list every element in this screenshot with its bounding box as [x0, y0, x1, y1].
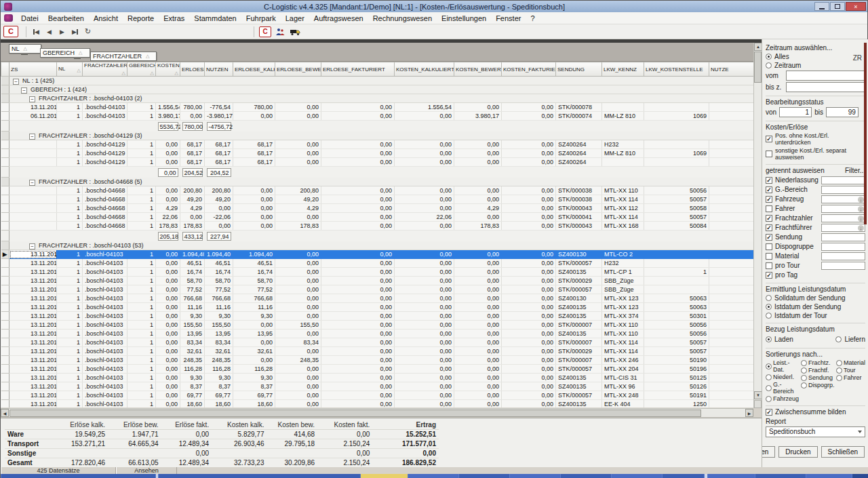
vom-input[interactable]: [786, 71, 865, 81]
checkbox-sonstige[interactable]: [766, 151, 772, 157]
collapse-icon[interactable]: −: [29, 180, 35, 186]
minimize-button[interactable]: [814, 2, 829, 11]
menu-item-extras[interactable]: Extras: [159, 14, 189, 23]
taskbar-item-0[interactable]: [1, 474, 155, 478]
checkbox-frachtzahler[interactable]: ✓: [766, 215, 772, 222]
filter-input-pro-tour[interactable]: [821, 262, 866, 270]
column-header-nutze[interactable]: NUTZE: [709, 62, 754, 77]
truck-icon[interactable]: [289, 26, 301, 37]
clogistic-small-icon[interactable]: C: [259, 26, 271, 37]
table-row[interactable]: 13.11.20141.boschl-0410310,0069,7769,776…: [1, 391, 754, 400]
drucken-button[interactable]: Drucken: [778, 446, 817, 458]
menu-item-bearbeiten[interactable]: Bearbeiten: [43, 14, 89, 23]
status-von-input[interactable]: 1: [779, 107, 812, 117]
groupby-box-frachtzahler[interactable]: FRACHTZAHLER △: [90, 52, 157, 61]
checkbox-pro-tag[interactable]: ✓: [766, 272, 772, 279]
nav-last-button[interactable]: ▶: [68, 26, 81, 37]
dropdown-circle-icon[interactable]: ↓: [858, 216, 864, 222]
column-header-erloese-kalkuliert[interactable]: ERLOESE_KALKULIERT: [233, 62, 275, 77]
filter-input-g-bereich[interactable]: [821, 186, 866, 194]
table-row[interactable]: 13.11.20141.boschd-0410311.556,54780,00-…: [1, 103, 754, 112]
vertical-scroll-thumb[interactable]: [754, 52, 762, 83]
checkbox-zwischensumme[interactable]: ✓: [766, 409, 772, 416]
collapse-icon[interactable]: −: [13, 79, 19, 85]
menu-item-x[interactable]: ?: [526, 14, 539, 23]
status-bis-input[interactable]: 99: [826, 107, 859, 117]
table-row[interactable]: 1.boschd-046681178,83178,830,000,00178,8…: [1, 222, 754, 231]
table-row[interactable]: 13.11.20141.boschl-0410310,0058,7058,705…: [1, 277, 754, 285]
filter-input-sendung[interactable]: [821, 233, 866, 241]
scroll-left-icon[interactable]: ◀: [1, 409, 9, 417]
column-header-kosten-fakturiert[interactable]: KOSTEN_FAKTURIERT: [502, 62, 556, 77]
table-row[interactable]: 1.boschd-0466810,00200,80200,800,00200,8…: [1, 186, 754, 195]
radio-istdatum-der-tour[interactable]: [766, 313, 772, 319]
menu-item-einstellungen[interactable]: Einstellungen: [437, 14, 491, 23]
filter-input-frachtf-hrer[interactable]: ↓: [821, 224, 866, 232]
column-header-kosten[interactable]: KOSTEN_△: [156, 62, 180, 77]
column-header-nutzen[interactable]: NUTZEN: [205, 62, 233, 77]
filter-input-niederlassung[interactable]: [821, 176, 866, 184]
table-row[interactable]: 13.11.20141.boschl-0410310,0046,5146,514…: [1, 259, 754, 268]
column-header-lkw-kostenstelle[interactable]: LKW_KOSTENSTELLE: [644, 62, 709, 77]
groupby-box-nl[interactable]: NL △: [9, 44, 41, 54]
table-row[interactable]: 13.11.20141.boschl-0410310,00766,68766,6…: [1, 294, 754, 303]
filter-input-fahrer[interactable]: ↓: [821, 205, 866, 213]
nav-prev-button[interactable]: ◀: [43, 26, 56, 37]
dropdown-circle-icon[interactable]: ↓: [858, 225, 864, 231]
table-row[interactable]: 13.11.20141.boschl-0410310,0013,9513,951…: [1, 330, 754, 338]
radio-g-bereich[interactable]: [766, 385, 772, 391]
taskbar-item-9[interactable]: [662, 474, 704, 478]
taskbar-item-2[interactable]: [158, 474, 360, 478]
filter-input-material[interactable]: [821, 252, 866, 260]
taskbar-item-4[interactable]: [408, 474, 458, 478]
scroll-right-icon[interactable]: ▶: [745, 409, 753, 417]
grid-vertical-scrollbar[interactable]: ▲ ▼: [753, 43, 762, 408]
grid-horizontal-scrollbar[interactable]: ◀ ▶: [1, 408, 753, 417]
menu-item-fuhrpark[interactable]: Fuhrpark: [241, 14, 281, 23]
users-icon[interactable]: [274, 26, 286, 37]
radio-zeitraum[interactable]: [766, 62, 772, 68]
group-row[interactable]: −FRACHTZAHLER : .boschd-04668 (5): [1, 178, 754, 186]
filter-input-frachtzahler[interactable]: ↓: [821, 214, 866, 222]
column-header-erloese-g[interactable]: ERLOESE_G: [180, 62, 205, 77]
dropdown-circle-icon[interactable]: ↓: [858, 197, 864, 203]
radio-niederl[interactable]: [766, 374, 772, 380]
table-row[interactable]: 13.11.20141.boschl-0410310,0032,6132,613…: [1, 347, 754, 356]
radio-tour[interactable]: [836, 367, 842, 374]
taskbar-item-12[interactable]: [755, 474, 806, 478]
menu-item-fenster[interactable]: Fenster: [491, 14, 526, 23]
taskbar-item-11[interactable]: [707, 474, 755, 478]
column-header-erloese-fakturiert[interactable]: ERLOESE_FAKTURIERT: [321, 62, 395, 77]
collapse-icon[interactable]: −: [21, 87, 27, 94]
close-button[interactable]: ×: [846, 2, 866, 11]
panel-scrollbar-thumb[interactable]: [864, 43, 867, 224]
table-row[interactable]: 06.11.20141.boschd-0410313.980,170,00-3.…: [1, 112, 754, 121]
filter-link[interactable]: Filter...: [845, 167, 865, 174]
menu-item-ansicht[interactable]: Ansicht: [89, 14, 123, 23]
app-menu-icon[interactable]: [4, 14, 13, 22]
table-row[interactable]: 13.11.20141.boschl-0410310,008,378,378,3…: [1, 382, 754, 391]
table-row[interactable]: 1.boschd-0412910,0068,1768,1768,170,000,…: [1, 158, 754, 167]
schliessen-button[interactable]: Schließen: [821, 446, 865, 458]
checkbox-fahrzeug[interactable]: ✓: [766, 196, 772, 203]
checkbox-g-bereich[interactable]: ✓: [766, 186, 772, 193]
column-header-gbereich[interactable]: GBEREICH△: [127, 62, 156, 77]
table-row[interactable]: 13.11.20141.boschl-0410310,0083,3483,340…: [1, 338, 754, 347]
radio-alles[interactable]: [766, 54, 772, 60]
table-row[interactable]: 13.11.20141.boschl-0410310,009,309,309,3…: [1, 312, 754, 321]
radio-liefern[interactable]: [835, 336, 842, 342]
column-header-kosten-kalkuliert[interactable]: KOSTEN_KALKULIERT: [395, 62, 454, 77]
checkbox-sendung[interactable]: ✓: [766, 234, 772, 241]
taskbar-item-13[interactable]: [806, 474, 852, 478]
column-header-zs[interactable]: ZS: [9, 62, 57, 77]
table-row[interactable]: 13.11.20141.boschl-0410310,0016,7416,741…: [1, 268, 754, 277]
column-header-erloese-bewertet[interactable]: ERLOESE_BEWERTET: [275, 62, 321, 77]
menu-item-stammdaten[interactable]: Stammdaten: [189, 14, 241, 23]
checkbox-pos-ohne[interactable]: ✓: [766, 136, 772, 142]
radio-laden[interactable]: [766, 336, 772, 342]
radio-fahrzeug[interactable]: [766, 396, 772, 402]
table-row[interactable]: 1.boschd-0466810,0049,2049,200,0049,200,…: [1, 195, 754, 204]
table-row[interactable]: 13.11.20141.boschl-0410310,0011,1611,161…: [1, 303, 754, 312]
group-row[interactable]: −FRACHTZAHLER : .boschd-04129 (3): [1, 132, 754, 140]
filter-input-fahrzeug[interactable]: ↓: [821, 195, 866, 203]
